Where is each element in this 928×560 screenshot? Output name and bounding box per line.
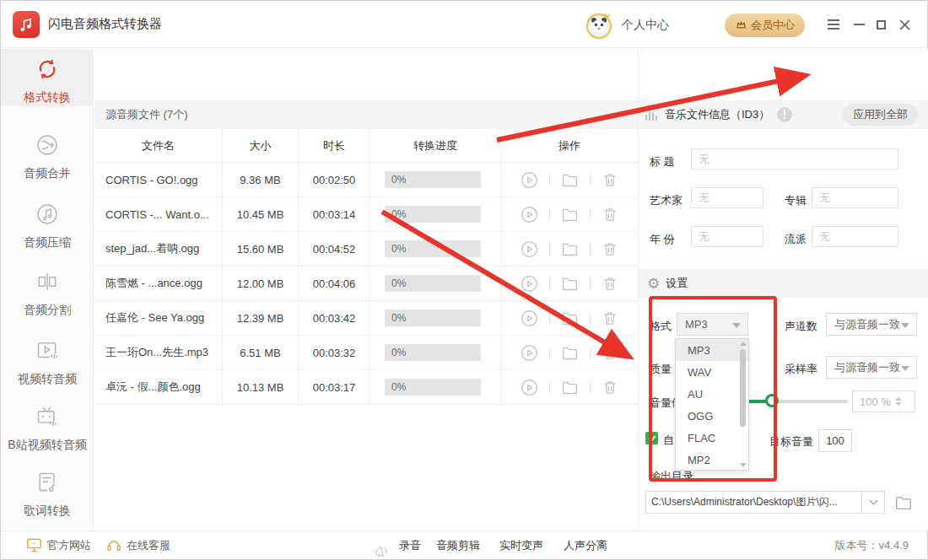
play-icon [521,275,538,293]
play-icon [521,344,538,362]
delete-button[interactable] [602,275,618,292]
trash-icon [602,310,618,326]
format-option-mp3[interactable]: MP3 [676,339,748,361]
scrollbar-thumb[interactable] [740,349,746,427]
minimize-button[interactable] [851,18,866,31]
file-duration-cell: 00:03:32 [299,336,370,369]
sidebar-item-format-convert[interactable]: 格式转换 [1,49,94,106]
delete-button[interactable] [602,310,618,326]
play-button[interactable] [521,171,538,189]
trash-icon [602,206,618,223]
open-folder-button[interactable] [561,275,579,293]
sidebar-item-audio-compress[interactable]: 音频压缩 [1,197,94,250]
sidebar-item-label: 音频分割 [19,302,76,318]
dropdown-scrollbar[interactable] [739,342,747,467]
source-files-title: 源音频文件 (7个) [105,107,188,122]
file-name-cell: CORTIS -... Want.o... [94,197,223,231]
delete-button[interactable] [602,240,618,257]
delete-button[interactable] [602,206,618,223]
open-folder-button[interactable] [561,379,579,396]
delete-button[interactable] [602,171,618,188]
progress-value: 0% [391,277,406,289]
progress-bar: 0% [385,171,481,188]
channels-select[interactable]: 与源音频一致 [826,313,917,336]
sidebar-item-lyrics-convert[interactable]: 歌词转换 [1,466,94,519]
samplerate-select[interactable]: 与源音频一致 [826,356,917,379]
target-volume-input[interactable] [818,429,852,452]
file-name-cell: 陈雪燃 - ...ance.ogg [94,267,223,300]
year-field[interactable] [691,226,763,247]
path-chevron-icon[interactable] [861,492,884,513]
folder-icon [561,206,579,223]
open-folder-button[interactable] [561,206,579,223]
open-folder-button[interactable] [561,240,579,258]
play-button[interactable] [521,240,538,258]
progress-bar: 0% [385,275,481,292]
format-option-flac[interactable]: FLAC [676,427,748,449]
play-button[interactable] [521,379,538,396]
progress-value: 0% [391,174,406,186]
play-button[interactable] [521,310,538,327]
online-support-link[interactable]: 在线客服 [106,531,170,559]
file-name-cell: 卓沅 - 假...颜色.ogg [94,370,223,404]
play-button[interactable] [521,275,538,293]
format-option-ogg[interactable]: OGG [676,405,748,427]
apply-all-button[interactable]: 应用到全部 [843,104,918,126]
table-header-row: 文件名 大小 时长 转换进度 操作 [94,129,638,163]
sidebar-item-bilibili-to-audio[interactable]: B站视频转音频 [1,400,94,453]
file-duration-cell: 00:04:52 [299,232,370,266]
open-folder-button[interactable] [561,171,579,189]
open-folder-button[interactable] [561,344,579,362]
file-list-panel: 源音频文件 (7个) 文件名 大小 时长 转换进度 操作 CORTIS - GO… [94,49,638,530]
maximize-button[interactable] [873,18,888,31]
play-button[interactable] [521,344,538,362]
vip-center-button[interactable]: 会员中心 [725,13,805,37]
settings-title: 设置 [666,276,688,291]
menu-icon[interactable] [826,18,841,31]
delete-button[interactable] [602,379,618,396]
footer-link-record[interactable]: 录音 [399,531,421,559]
footer-link-voice-change[interactable]: 实时变声 [499,531,543,559]
play-button[interactable] [521,206,538,223]
close-button[interactable] [897,18,912,31]
footer-link-audio-edit[interactable]: 音频剪辑 [436,531,480,559]
volume-percent-input[interactable]: 100 % [852,390,915,412]
sidebar-item-label: 音频合并 [19,165,76,181]
browse-folder-button[interactable] [892,491,915,514]
crown-icon [735,19,747,31]
open-folder-button[interactable] [561,310,579,327]
output-path-value[interactable] [646,492,861,513]
format-option-wav[interactable]: WAV [676,361,748,383]
samplerate-value: 与源音频一致 [834,360,900,375]
user-center-link[interactable]: 个人中心 [622,18,669,33]
sidebar-item-audio-split[interactable]: 音频分割 [1,265,94,318]
album-field[interactable] [812,187,898,208]
sidebar-item-audio-merge[interactable]: 音频合并 [1,128,94,181]
auto-volume-checkbox[interactable] [645,432,658,444]
scroll-down-icon[interactable] [740,463,747,467]
avatar[interactable] [585,11,613,40]
slider-thumb[interactable] [765,394,779,407]
play-icon [521,240,538,258]
footer-link-vocal-separate[interactable]: 人声分离 [564,531,607,559]
samplerate-label: 采样率 [785,362,817,377]
genre-field[interactable] [812,226,898,247]
file-name-cell: CORTIS - GO!.ogg [94,163,223,197]
folder-icon [561,310,579,327]
format-select[interactable]: MP3 [677,313,748,336]
format-option-mp2[interactable]: MP2 [676,449,748,471]
info-icon[interactable] [777,107,792,122]
year-label: 年 份 [650,232,675,247]
artist-field[interactable] [691,187,763,208]
title-field[interactable] [691,148,898,170]
delete-button[interactable] [602,344,618,361]
table-row: 王一珩On...先生.mp3 6.51 MB 00:03:32 0% [94,336,638,370]
output-path-input[interactable] [645,491,885,514]
file-size-cell: 15.60 MB [223,232,299,266]
sidebar-item-video-to-audio[interactable]: 视频转音频 [1,334,94,387]
format-option-au[interactable]: AU [676,383,748,405]
scroll-up-icon[interactable] [740,342,747,346]
spinner-icon[interactable] [895,397,902,406]
official-site-link[interactable]: 官方网站 [26,531,91,559]
channels-label: 声道数 [785,319,817,334]
